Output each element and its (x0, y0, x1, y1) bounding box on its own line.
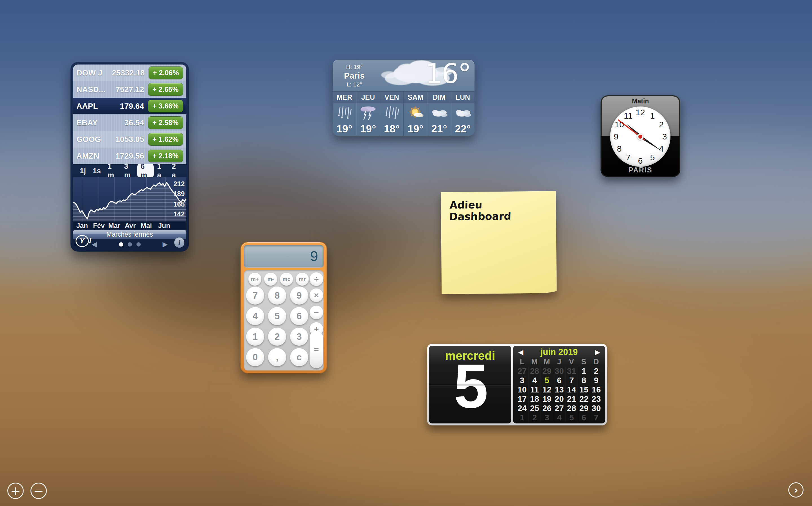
page-dot[interactable] (119, 242, 123, 247)
calendar-day-cell[interactable]: 30 (590, 404, 602, 413)
equals-button[interactable]: = (310, 331, 323, 368)
calendar-day-cell[interactable]: 4 (553, 413, 565, 422)
page-dot[interactable] (137, 242, 141, 247)
memory-recall-button[interactable]: mr (296, 273, 309, 286)
calendar-day-cell[interactable]: 3 (540, 413, 553, 422)
stock-row[interactable]: EBAY 36.54 + 2.58% (73, 114, 187, 131)
page-dots[interactable] (119, 242, 141, 247)
calendar-day-cell[interactable]: 28 (528, 366, 541, 376)
weather-widget[interactable]: H: 19° Paris L: 12° 16° MER 19° JEU 19° … (333, 60, 474, 136)
multiply-button[interactable]: × (310, 288, 323, 302)
calendar-day-cell[interactable]: 17 (516, 395, 528, 404)
divide-button[interactable]: ÷ (310, 272, 323, 286)
memory-subtract-button[interactable]: m- (264, 273, 277, 286)
calendar-day-cell[interactable]: 26 (540, 404, 553, 413)
stock-row[interactable]: AMZN 1729.56 + 2.18% (73, 148, 187, 164)
stocks-widget[interactable]: DOW J 25332.18 + 2.06% NASD... 7527.12 +… (71, 62, 189, 252)
calendar-day-cell[interactable]: 13 (553, 385, 565, 395)
calendar-day-cell[interactable]: 24 (516, 404, 528, 413)
stock-symbol: EBAY (76, 118, 113, 128)
calendar-day-cell[interactable]: 6 (553, 376, 565, 385)
calendar-day-cell[interactable]: 1 (516, 413, 528, 422)
digit-0-button[interactable]: 0 (246, 348, 264, 366)
calendar-day-cell[interactable]: 3 (516, 376, 528, 385)
calendar-day-cell[interactable]: 4 (528, 376, 541, 385)
range-tab-1j[interactable]: 1j (76, 166, 89, 176)
calendar-day-cell[interactable]: 20 (553, 395, 565, 404)
add-widget-button[interactable]: + (7, 483, 24, 499)
stock-row[interactable]: GOOG 1053.05 + 1.62% (73, 131, 187, 148)
calendar-day-cell[interactable]: 8 (578, 376, 590, 385)
calendar-day-cell[interactable]: 21 (565, 395, 578, 404)
stock-row[interactable]: DOW J 25332.18 + 2.06% (73, 65, 187, 81)
calendar-day-cell[interactable]: 29 (578, 404, 590, 413)
calendar-day-cell[interactable]: 9 (590, 376, 602, 385)
calendar-day-cell[interactable]: 7 (590, 413, 602, 422)
digit-7-button[interactable]: 7 (246, 286, 264, 305)
stock-change-badge[interactable]: + 1.62% (148, 133, 183, 146)
pager-next-icon[interactable]: ▶ (163, 241, 168, 248)
digit-8-button[interactable]: 8 (268, 286, 286, 305)
calendar-day-cell[interactable]: 12 (540, 385, 553, 395)
remove-widget-button[interactable]: − (30, 483, 47, 499)
digit-5-button[interactable]: 5 (268, 307, 286, 325)
calendar-widget[interactable]: mercredi 5 ◀ juin 2019 ▶ LMMJVSD 2728293… (427, 344, 607, 425)
stock-row[interactable]: NASD... 7527.12 + 2.65% (73, 81, 187, 98)
calendar-day-cell[interactable]: 19 (540, 395, 553, 404)
next-month-icon[interactable]: ▶ (593, 348, 602, 356)
calendar-day-cell[interactable]: 1 (578, 366, 590, 376)
range-tab-1s[interactable]: 1s (89, 166, 104, 176)
calendar-day-cell[interactable]: 29 (540, 366, 553, 376)
calendar-day-cell[interactable]: 25 (528, 404, 541, 413)
calendar-day-cell[interactable]: 30 (553, 366, 565, 376)
digit-3-button[interactable]: 3 (290, 328, 308, 346)
calendar-day-cell[interactable]: 22 (578, 395, 590, 404)
calendar-day-cell[interactable]: 5 (565, 413, 578, 422)
calendar-day-cell[interactable]: 28 (565, 404, 578, 413)
sticky-note-widget[interactable]: Adieu Dashboard (441, 191, 557, 294)
calculator-widget[interactable]: 9 m+ m- mc mr ÷ 7 8 9 × 4 5 6 − 1 2 3 + … (240, 242, 327, 373)
minus-button[interactable]: − (310, 306, 323, 319)
stock-row-selected[interactable]: AAPL 179.64 + 3.66% (73, 98, 187, 114)
stock-change-badge[interactable]: + 3.66% (148, 100, 183, 112)
calendar-day-cell[interactable]: 6 (578, 413, 590, 422)
stock-change-badge[interactable]: + 2.65% (148, 83, 183, 96)
calendar-day-cell[interactable]: 11 (528, 385, 541, 395)
prev-month-icon[interactable]: ◀ (516, 348, 526, 356)
digit-1-button[interactable]: 1 (246, 328, 264, 346)
calendar-today-cell[interactable]: 5 (540, 376, 553, 385)
next-page-button[interactable]: › (788, 482, 804, 498)
weekday-label: S (578, 357, 590, 366)
calendar-day-cell[interactable]: 14 (565, 385, 578, 395)
digit-2-button[interactable]: 2 (268, 328, 286, 346)
pager-prev-icon[interactable]: ◀ (92, 241, 97, 248)
info-icon[interactable]: i (174, 238, 184, 248)
calendar-day-cell[interactable]: 27 (516, 366, 528, 376)
stock-change-badge[interactable]: + 2.06% (149, 67, 183, 79)
stock-change-badge[interactable]: + 2.58% (148, 116, 183, 129)
memory-clear-button[interactable]: mc (280, 273, 293, 286)
calendar-day-cell[interactable]: 2 (590, 366, 602, 376)
calendar-day-cell[interactable]: 2 (528, 413, 541, 422)
calendar-day-cell[interactable]: 23 (590, 395, 602, 404)
yahoo-logo-icon[interactable]: Y! (76, 235, 92, 247)
digit-9-button[interactable]: 9 (290, 286, 308, 305)
digit-4-button[interactable]: 4 (246, 307, 264, 325)
calendar-grid[interactable]: 2728293031123456789101112131415161718192… (516, 366, 602, 422)
page-dot[interactable] (128, 242, 132, 247)
digit-6-button[interactable]: 6 (290, 307, 308, 325)
calendar-day-cell[interactable]: 27 (553, 404, 565, 413)
calendar-day-cell[interactable]: 10 (516, 385, 528, 395)
calendar-day-cell[interactable]: 7 (565, 376, 578, 385)
sticky-note-text[interactable]: Adieu Dashboard (449, 198, 548, 222)
calendar-day-cell[interactable]: 31 (565, 366, 578, 376)
comma-button[interactable]: , (268, 348, 286, 366)
memory-add-button[interactable]: m+ (248, 273, 262, 286)
calendar-day-cell[interactable]: 16 (590, 385, 602, 395)
clear-button[interactable]: c (290, 348, 308, 366)
calendar-day-cell[interactable]: 15 (578, 385, 590, 395)
calendar-day-cell[interactable]: 18 (528, 395, 541, 404)
forecast-day: SAM 19° (403, 92, 427, 136)
clock-widget[interactable]: Matin 121234567891011 PARIS (600, 95, 680, 177)
stock-change-badge[interactable]: + 2.18% (148, 150, 183, 162)
